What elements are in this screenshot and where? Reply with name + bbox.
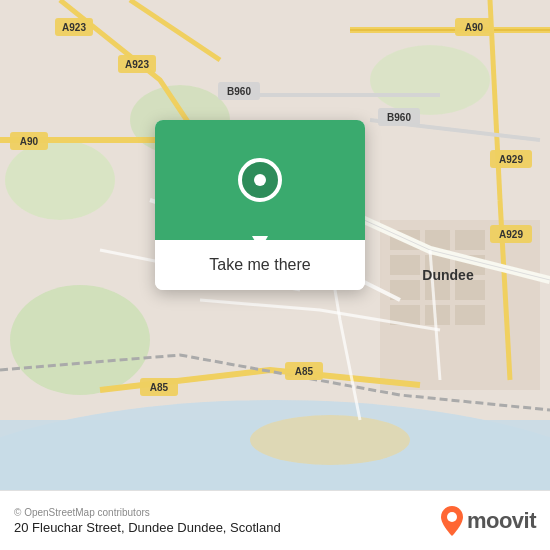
svg-rect-16	[425, 280, 450, 300]
svg-point-3	[250, 415, 410, 465]
take-me-there-button[interactable]: Take me there	[201, 252, 318, 278]
svg-rect-17	[455, 280, 485, 300]
svg-text:A929: A929	[499, 154, 523, 165]
svg-rect-11	[455, 230, 485, 250]
pin-wrapper	[238, 158, 282, 202]
copyright-text: © OpenStreetMap contributors	[14, 507, 281, 518]
svg-rect-12	[390, 255, 420, 275]
pin-tail	[252, 236, 268, 250]
popup-map-area	[155, 120, 365, 240]
svg-text:A929: A929	[499, 229, 523, 240]
svg-rect-20	[455, 305, 485, 325]
svg-text:A923: A923	[62, 22, 86, 33]
svg-text:A923: A923	[125, 59, 149, 70]
svg-text:A90: A90	[465, 22, 484, 33]
app: A923 A923 A90 A90 B960 B960 A929 A929	[0, 0, 550, 550]
address-text: 20 Fleuchar Street, Dundee Dundee, Scotl…	[14, 520, 281, 535]
pin-inner-dot	[254, 174, 266, 186]
location-popup: Take me there	[155, 120, 365, 290]
svg-point-41	[447, 512, 457, 522]
svg-text:A85: A85	[150, 382, 169, 393]
bottom-bar: © OpenStreetMap contributors 20 Fleuchar…	[0, 490, 550, 550]
svg-rect-19	[425, 305, 450, 325]
svg-text:B960: B960	[227, 86, 251, 97]
pin-icon	[238, 158, 282, 202]
moovit-pin-icon	[441, 506, 463, 536]
moovit-logo-text: moovit	[467, 508, 536, 534]
bottom-left: © OpenStreetMap contributors 20 Fleuchar…	[14, 507, 281, 535]
svg-text:A90: A90	[20, 136, 39, 147]
svg-point-4	[10, 285, 150, 395]
map-container: A923 A923 A90 A90 B960 B960 A929 A929	[0, 0, 550, 490]
svg-text:B960: B960	[387, 112, 411, 123]
moovit-logo: moovit	[441, 506, 536, 536]
svg-point-7	[370, 45, 490, 115]
svg-point-6	[5, 140, 115, 220]
city-label: Dundee	[422, 267, 474, 283]
svg-text:A85: A85	[295, 366, 314, 377]
